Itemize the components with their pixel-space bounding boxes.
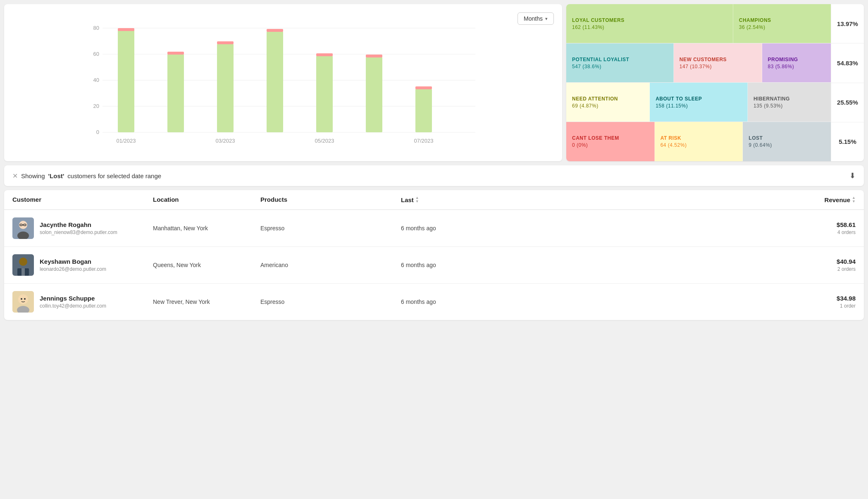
- location-3: New Trever, New York: [153, 298, 260, 305]
- svg-rect-21: [366, 55, 382, 57]
- revenue-orders-2: 2 orders: [773, 266, 856, 272]
- lost-label: LOST: [749, 135, 825, 141]
- segment-potential[interactable]: POTENTIAL LOYALIST 547 (38.6%): [566, 43, 674, 82]
- filter-close-button[interactable]: ✕: [12, 172, 18, 180]
- need-count: 69 (4.87%): [572, 103, 644, 109]
- segment-champions[interactable]: CHAMPIONS 36 (2.54%): [733, 4, 831, 43]
- customer-info-3: Jennings Schuppe collin.toy42@demo.putle…: [40, 295, 106, 309]
- segment-percentages: 13.97% 54.83% 25.55% 5.15%: [831, 4, 864, 161]
- cantlose-label: CANT LOSE THEM: [572, 135, 649, 141]
- potential-label: POTENTIAL LOYALIST: [572, 57, 668, 62]
- segment-promising[interactable]: PROMISING 83 (5.86%): [762, 43, 831, 82]
- segment-atrisk[interactable]: AT RISK 64 (4.52%): [655, 122, 743, 161]
- svg-rect-14: [217, 44, 234, 132]
- loyal-label: LOYAL CUSTOMERS: [572, 17, 727, 23]
- avatar-1: [12, 217, 34, 239]
- svg-rect-23: [415, 86, 432, 89]
- top-row: Months ▾ 80 60 40 20 0: [4, 4, 864, 161]
- download-icon[interactable]: ⬇: [849, 171, 856, 180]
- products-2: Americano: [260, 262, 401, 268]
- segment-new[interactable]: NEW CUSTOMERS 147 (10.37%): [674, 43, 762, 82]
- svg-text:80: 80: [93, 25, 99, 31]
- hibernating-label: HIBERNATING: [754, 96, 825, 102]
- months-dropdown[interactable]: Months ▾: [517, 12, 554, 25]
- pct-row-1: 13.97%: [831, 4, 864, 43]
- svg-rect-10: [118, 30, 134, 132]
- location-1: Manhattan, New York: [153, 225, 260, 232]
- svg-rect-12: [167, 54, 184, 132]
- revenue-sort-icon: ▲▼: [852, 196, 856, 203]
- promising-count: 83 (5.86%): [768, 64, 825, 69]
- location-2: Queens, New York: [153, 262, 260, 268]
- revenue-amount-3: $34.98: [773, 295, 856, 302]
- champions-count: 36 (2.54%): [739, 24, 825, 30]
- need-label: NEED ATTENTION: [572, 96, 644, 102]
- promising-label: PROMISING: [768, 57, 825, 62]
- svg-rect-11: [118, 28, 134, 31]
- revenue-3: $34.98 1 order: [773, 295, 856, 309]
- revenue-2: $40.94 2 orders: [773, 258, 856, 272]
- customer-cell-2: Keyshawn Bogan leonardo26@demo.putler.co…: [12, 254, 153, 276]
- segment-need[interactable]: NEED ATTENTION 69 (4.87%): [566, 83, 650, 122]
- revenue-amount-1: $58.61: [773, 221, 856, 228]
- chart-area: 80 60 40 20 0: [12, 25, 554, 149]
- svg-text:07/2023: 07/2023: [414, 138, 434, 144]
- segment-row-1: LOYAL CUSTOMERS 162 (11.43%) CHAMPIONS 3…: [566, 4, 831, 43]
- svg-rect-18: [316, 56, 333, 132]
- segment-grid: LOYAL CUSTOMERS 162 (11.43%) CHAMPIONS 3…: [566, 4, 831, 161]
- segment-row-4: CANT LOSE THEM 0 (0%) AT RISK 64 (4.52%)…: [566, 122, 831, 161]
- main-container: Months ▾ 80 60 40 20 0: [0, 0, 868, 499]
- last-2: 6 months ago: [401, 262, 773, 268]
- last-3: 6 months ago: [401, 298, 773, 305]
- table-row: Keyshawn Bogan leonardo26@demo.putler.co…: [4, 247, 864, 284]
- avatar-3: [12, 291, 34, 313]
- col-products: Products: [260, 196, 401, 203]
- svg-rect-17: [267, 29, 283, 32]
- segment-cantlose[interactable]: CANT LOSE THEM 0 (0%): [566, 122, 655, 161]
- svg-rect-15: [217, 41, 234, 44]
- col-last[interactable]: Last ▲▼: [401, 196, 773, 203]
- avatar-2: [12, 254, 34, 276]
- months-label: Months: [524, 15, 543, 22]
- sleep-label: ABOUT TO SLEEP: [656, 96, 742, 102]
- filter-text: ✕ Showing 'Lost' customers for selected …: [12, 172, 161, 180]
- filter-text-pre: Showing: [21, 172, 45, 179]
- filter-bold-text: 'Lost': [48, 172, 64, 179]
- table-row: Jacynthe Rogahn solon_nienow83@demo.putl…: [4, 210, 864, 247]
- col-revenue[interactable]: Revenue ▲▼: [773, 196, 856, 203]
- svg-point-42: [24, 298, 26, 300]
- loyal-count: 162 (11.43%): [572, 24, 727, 30]
- revenue-orders-3: 1 order: [773, 303, 856, 309]
- svg-rect-13: [167, 52, 184, 55]
- cantlose-count: 0 (0%): [572, 142, 649, 148]
- segment-loyal[interactable]: LOYAL CUSTOMERS 162 (11.43%): [566, 4, 733, 43]
- segment-hibernating[interactable]: HIBERNATING 135 (9.53%): [748, 83, 831, 122]
- customer-email-3: collin.toy42@demo.putler.com: [40, 303, 106, 309]
- last-1: 6 months ago: [401, 225, 773, 232]
- customer-email-2: leonardo26@demo.putler.com: [40, 266, 106, 272]
- customer-table: Customer Location Products Last ▲▼ Reven…: [4, 190, 864, 320]
- new-label: NEW CUSTOMERS: [680, 57, 756, 62]
- revenue-1: $58.61 4 orders: [773, 221, 856, 235]
- customer-name-1: Jacynthe Rogahn: [40, 221, 117, 228]
- svg-rect-16: [267, 31, 283, 132]
- segment-lost[interactable]: LOST 9 (0.64%): [743, 122, 831, 161]
- lost-count: 9 (0.64%): [749, 142, 825, 148]
- svg-rect-19: [316, 53, 333, 56]
- bar-chart-svg: 80 60 40 20 0: [12, 25, 554, 149]
- segment-panel: LOYAL CUSTOMERS 162 (11.43%) CHAMPIONS 3…: [566, 4, 864, 161]
- segment-sleep[interactable]: ABOUT TO SLEEP 158 (11.15%): [650, 83, 748, 122]
- svg-text:01/2023: 01/2023: [117, 138, 136, 144]
- revenue-orders-1: 4 orders: [773, 229, 856, 235]
- last-sort-icon: ▲▼: [415, 196, 419, 203]
- svg-text:40: 40: [93, 77, 99, 83]
- svg-text:20: 20: [93, 103, 99, 109]
- col-customer: Customer: [12, 196, 153, 203]
- svg-point-41: [21, 298, 22, 300]
- atrisk-count: 64 (4.52%): [661, 142, 737, 148]
- chart-panel: Months ▾ 80 60 40 20 0: [4, 4, 562, 161]
- customer-info-1: Jacynthe Rogahn solon_nienow83@demo.putl…: [40, 221, 117, 235]
- col-revenue-label: Revenue: [825, 196, 851, 203]
- svg-point-39: [18, 294, 28, 304]
- col-last-label: Last: [401, 196, 414, 203]
